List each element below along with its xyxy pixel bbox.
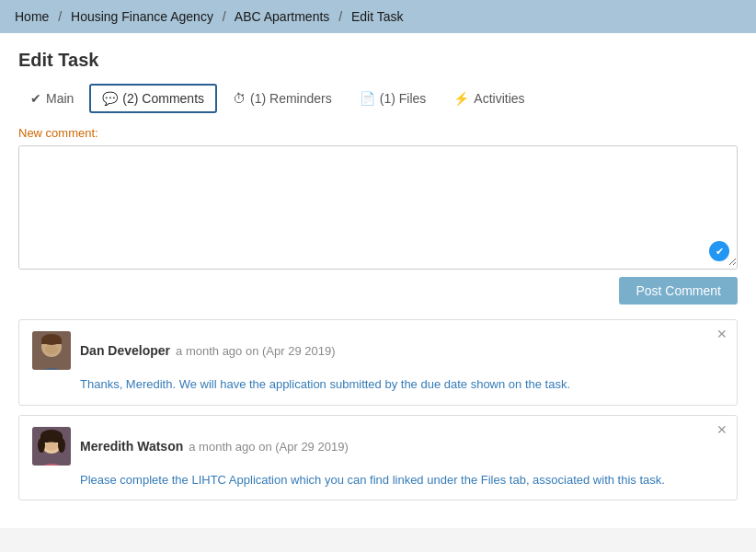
tab-comments-label: (2) Comments [122,91,204,106]
avatar-dan [32,331,71,370]
file-icon: 📄 [360,91,375,106]
tabs-container: ✔ Main 💬 (2) Comments ⏱ (1) Reminders 📄 … [18,84,738,113]
breadcrumb-bar: Home / Housing Finance Agency / ABC Apar… [0,0,756,33]
tab-activities-label: Activities [474,91,524,106]
tab-reminders[interactable]: ⏱ (1) Reminders [221,85,344,112]
comment-2-author: Meredith Watson [80,439,183,454]
check-icon: ✔ [30,91,41,106]
comment-card-1: ✕ Dan Developer a month ago on [18,319,738,406]
tab-main[interactable]: ✔ Main [18,85,86,112]
comment-2-header: Meredith Watson a month ago on (Apr 29 2… [32,427,724,466]
bolt-icon: ⚡ [453,91,469,106]
tab-reminders-label: (1) Reminders [250,91,332,106]
breadcrumb-sep-1: / [58,9,62,24]
page-content: Edit Task ✔ Main 💬 (2) Comments ⏱ (1) Re… [0,33,756,528]
tab-activities[interactable]: ⚡ Activities [441,85,536,112]
breadcrumb-current: Edit Task [351,9,404,24]
breadcrumb-sep-2: / [223,9,226,24]
comment-1-meta: Dan Developer a month ago on (Apr 29 201… [80,343,336,358]
tab-files-label: (1) Files [380,91,427,106]
comment-1-text: Thanks, Meredith. We will have the appli… [80,377,570,391]
post-comment-row: Post Comment [18,277,738,305]
comment-1-author: Dan Developer [80,343,170,358]
svg-point-11 [38,438,45,453]
post-comment-button[interactable]: Post Comment [619,277,738,305]
comment-2-time: a month ago on (Apr 29 2019) [189,440,348,454]
close-comment-1-button[interactable]: ✕ [716,328,727,340]
breadcrumb-home[interactable]: Home [15,9,49,24]
comment-textarea[interactable] [19,146,737,266]
comment-1-header: Dan Developer a month ago on (Apr 29 201… [32,331,724,370]
comment-icon: 💬 [102,91,118,106]
svg-point-13 [45,442,58,451]
comment-card-2: ✕ Mer [18,415,738,501]
breadcrumb-abc[interactable]: ABC Apartments [235,9,330,24]
comment-1-body: Thanks, Meredith. We will have the appli… [32,375,724,394]
breadcrumb-hfa[interactable]: Housing Finance Agency [71,9,213,24]
breadcrumb-sep-3: / [338,9,342,24]
comment-2-text: Please complete the LIHTC Application wh… [80,473,665,487]
tab-files[interactable]: 📄 (1) Files [348,85,439,112]
tab-comments[interactable]: 💬 (2) Comments [89,84,217,113]
comment-2-meta: Meredith Watson a month ago on (Apr 29 2… [80,439,349,454]
textarea-container: ✔ [18,145,738,270]
comment-2-body: Please complete the LIHTC Application wh… [32,471,724,489]
close-comment-2-button[interactable]: ✕ [716,423,727,436]
svg-rect-4 [41,339,62,344]
new-comment-label: New comment: [18,126,738,140]
clock-icon: ⏱ [233,91,246,106]
avatar-meredith [32,427,71,466]
svg-point-5 [45,345,58,354]
tab-main-label: Main [46,91,74,106]
comment-1-time: a month ago on (Apr 29 2019) [176,344,335,358]
textarea-check-icon: ✔ [709,241,729,261]
page-title: Edit Task [18,50,738,71]
svg-point-12 [58,438,65,453]
